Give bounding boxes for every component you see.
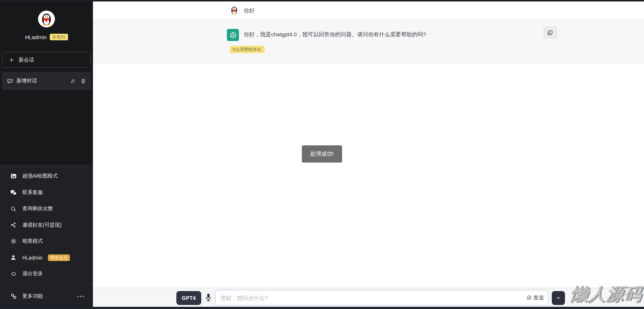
plus-icon xyxy=(9,57,14,63)
app-window: Hi,admin 未签到 新会话 新增对话 超强Ai绘图模式 xyxy=(0,0,644,309)
sidebar-item-label: 邀请好友(可提现) xyxy=(22,222,61,228)
ellipsis-icon[interactable]: ••• xyxy=(77,294,85,298)
share-icon xyxy=(10,222,17,228)
sidebar-item-label: 暗黑模式 xyxy=(22,238,43,245)
gear-icon xyxy=(10,238,17,245)
sidebar-item-label: 超强Ai绘图模式 xyxy=(22,173,57,179)
chat-input-wrap: 发送 xyxy=(215,290,548,305)
new-chat-label: 新会话 xyxy=(19,57,34,63)
sidebar-item-label: Hi,admin xyxy=(22,255,42,261)
sidebar-menu: 超强Ai绘图模式 联系客服 查询剩余次数 邀请好友(可提现) xyxy=(0,165,93,309)
edit-icon[interactable] xyxy=(70,78,76,84)
qq-penguin-icon xyxy=(229,5,239,15)
user-avatar[interactable] xyxy=(38,11,55,27)
scroll-up-button[interactable] xyxy=(552,291,565,305)
assistant-message-row: 你好，我是chatgpt4.0，我可以回答你的问题。请问你有什么需要帮助的吗? … xyxy=(93,19,644,63)
signin-badge[interactable]: 未签到 xyxy=(50,34,68,40)
link-icon xyxy=(10,293,17,299)
copy-button[interactable] xyxy=(543,26,557,39)
composer-bar: GPT4 发送 xyxy=(93,288,644,307)
power-icon xyxy=(10,271,17,277)
copy-icon xyxy=(547,30,553,36)
sidebar-item-label: 查询剩余次数 xyxy=(22,205,53,212)
chat-main: 你好 你好，我是chatgpt4.0，我可以回答你的问题。请问你有什么需要帮助的… xyxy=(93,1,644,309)
user-message-row: 你好 xyxy=(93,1,644,19)
profile-greeting: Hi,admin xyxy=(25,34,46,40)
gpt-logo-icon xyxy=(229,31,237,39)
search-icon xyxy=(10,206,17,212)
conversation-item[interactable]: 新增对话 xyxy=(2,72,91,90)
user-icon xyxy=(10,254,17,261)
profile-section: Hi,admin 未签到 xyxy=(0,1,93,40)
sidebar-item-label: 退出登录 xyxy=(22,271,43,277)
user-message-text: 你好 xyxy=(244,1,255,19)
sidebar: Hi,admin 未签到 新会话 新增对话 超强Ai绘图模式 xyxy=(0,0,93,309)
chevron-up-icon xyxy=(556,295,561,301)
window-top-edge xyxy=(0,0,644,1)
assistant-message-text: 你好，我是chatgpt4.0，我可以回答你的问题。请问你有什么需要帮助的吗? xyxy=(244,31,426,38)
qq-penguin-icon xyxy=(39,12,54,26)
conversation-title: 新增对话 xyxy=(16,78,37,84)
sidebar-item-contact-support[interactable]: 联系客服 xyxy=(0,185,93,201)
model-select-button[interactable]: GPT4 xyxy=(176,291,201,305)
sidebar-item-dark-mode[interactable]: 暗黑模式 xyxy=(0,233,93,250)
more-functions-button[interactable]: 更多功能 ••• xyxy=(0,283,93,309)
toast-message: 处理成功! xyxy=(302,145,342,163)
window-bottom-edge xyxy=(0,307,644,309)
sidebar-item-label: 联系客服 xyxy=(22,189,43,196)
image-icon xyxy=(10,173,17,179)
message-icon xyxy=(7,78,13,84)
trash-icon[interactable] xyxy=(80,78,86,84)
new-chat-button[interactable]: 新会话 xyxy=(2,52,91,68)
send-button[interactable]: 发送 xyxy=(526,290,544,305)
send-icon xyxy=(526,295,532,301)
sidebar-item-account[interactable]: Hi,admin 尊贵会员 xyxy=(0,250,93,266)
chat-input[interactable] xyxy=(215,290,548,305)
sidebar-item-invite-friends[interactable]: 邀请好友(可提现) xyxy=(0,217,93,234)
sidebar-item-draw-mode[interactable]: 超强Ai绘图模式 xyxy=(0,168,93,185)
sidebar-item-logout[interactable]: 退出登录 xyxy=(0,266,93,282)
chat-bubbles-icon xyxy=(10,189,17,196)
vip-badge: 尊贵会员 xyxy=(48,254,70,261)
assistant-avatar xyxy=(227,29,239,41)
sidebar-item-check-quota[interactable]: 查询剩余次数 xyxy=(0,201,93,217)
sponsor-badge[interactable]: ¥点我赞助本站 xyxy=(230,46,265,53)
user-message-avatar xyxy=(229,5,240,16)
send-label: 发送 xyxy=(533,294,544,301)
microphone-icon[interactable] xyxy=(205,293,212,302)
more-functions-label: 更多功能 xyxy=(22,293,43,299)
